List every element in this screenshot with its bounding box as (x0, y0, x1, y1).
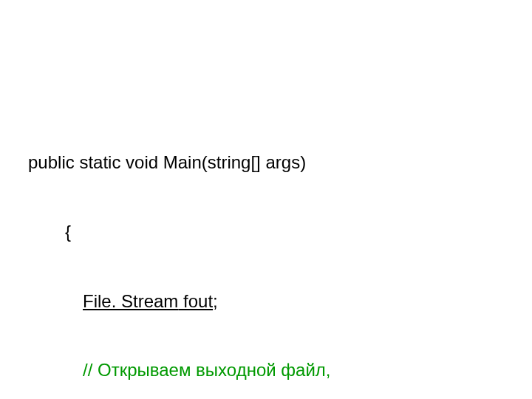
code-snippet: public static void Main(string[] args) {… (28, 105, 508, 399)
code-text: { (65, 222, 71, 242)
code-text: File. Stream (83, 291, 178, 311)
code-line-1: public static void Main(string[] args) (28, 151, 508, 174)
code-line-3: File. Stream fout; (28, 290, 508, 313)
code-text: ; (213, 291, 218, 311)
code-text: public static void Main(string[] args) (28, 152, 306, 172)
code-comment: // Открываем выходной файл, (83, 360, 331, 380)
code-text: fout (178, 291, 213, 311)
code-line-2: { (28, 220, 508, 243)
code-line-4: // Открываем выходной файл, (28, 358, 508, 381)
